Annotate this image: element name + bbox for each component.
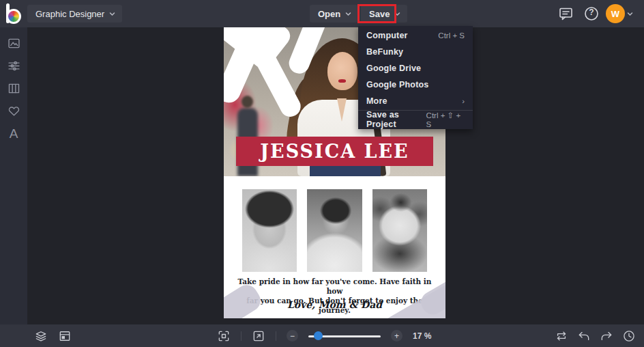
divider (276, 331, 276, 341)
logo-color-wheel (6, 9, 21, 24)
bottom-right-group (555, 324, 636, 347)
zoom-in-button[interactable]: + (391, 330, 402, 342)
sidebar-item-graphics[interactable] (6, 104, 21, 118)
divider (241, 331, 241, 341)
mode-label: Graphic Designer (35, 9, 104, 19)
fullscreen-icon[interactable] (252, 329, 265, 343)
sidebar-item-text[interactable]: A (6, 126, 21, 141)
photo-background-figure-head (241, 96, 253, 108)
title-text: JESSICA LEE (260, 141, 409, 162)
menu-item-computer[interactable]: Computer Ctrl + S (358, 27, 473, 44)
sliders-icon (7, 59, 21, 73)
photo-grid (242, 189, 427, 272)
mode-selector-button[interactable]: Graphic Designer (27, 5, 122, 23)
account-chevron-down-icon[interactable] (627, 11, 633, 17)
compare-original-icon[interactable] (555, 329, 568, 343)
avatar[interactable]: W (606, 4, 625, 23)
text-icon: A (10, 127, 18, 140)
columns-icon (7, 81, 21, 96)
left-sidebar: A (0, 27, 27, 324)
save-dropdown-menu: Computer Ctrl + S BeFunky Google Drive G… (358, 26, 473, 129)
sidebar-item-edit[interactable] (6, 59, 21, 73)
save-label: Save (369, 9, 390, 19)
zoom-slider[interactable] (308, 330, 381, 342)
image-icon (7, 36, 21, 51)
shortcut-label: Ctrl + S (438, 31, 465, 40)
layers-icon[interactable] (34, 329, 48, 343)
grid-photo-baby[interactable] (242, 189, 297, 272)
menu-item-google-photos[interactable]: Google Photos (358, 77, 473, 93)
shortcut-label: Ctrl + ⇧ + S (426, 111, 465, 128)
save-button[interactable]: Save (361, 5, 407, 23)
open-button[interactable]: Open (310, 5, 358, 23)
grid-photo-bicycle[interactable] (372, 189, 427, 272)
avatar-initial: W (611, 9, 619, 19)
submenu-arrow-icon: › (462, 97, 465, 105)
open-label: Open (318, 9, 340, 19)
grid-photo-toddler[interactable] (307, 189, 362, 272)
chevron-down-icon (394, 11, 400, 17)
menu-item-more[interactable]: More › (358, 93, 473, 109)
top-toolbar: Graphic Designer Open Save ? W (0, 0, 644, 27)
menu-item-befunky[interactable]: BeFunky (358, 44, 473, 60)
help-icon[interactable]: ? (583, 5, 600, 22)
chevron-down-icon (345, 11, 351, 17)
photo-woman-lips (338, 79, 346, 83)
app-window: JESSICA LEE Take pride in how far you've… (0, 0, 644, 347)
help-glyph: ? (583, 8, 600, 17)
undo-icon[interactable] (577, 329, 591, 343)
befunky-logo-icon[interactable] (6, 3, 23, 24)
sidebar-item-templates[interactable] (6, 81, 21, 96)
photo-woman-face (327, 52, 357, 90)
bottom-toolbar: − + 17 % (0, 324, 644, 347)
history-icon[interactable] (622, 329, 636, 343)
menu-item-save-as-project[interactable]: Save as Project Ctrl + ⇧ + S (358, 111, 473, 128)
canvas-manager-icon[interactable] (58, 329, 72, 343)
zoom-controls: − + 17 % (217, 324, 431, 347)
chevron-down-icon (109, 11, 115, 17)
fit-to-screen-icon[interactable] (217, 329, 231, 343)
heart-icon (7, 104, 21, 118)
redo-icon[interactable] (600, 329, 613, 343)
zoom-percentage: 17 % (413, 331, 431, 341)
menu-item-google-drive[interactable]: Google Drive (358, 60, 473, 77)
zoom-slider-thumb[interactable] (314, 331, 323, 340)
quote-line-1: Take pride in how far you've come. Have … (231, 277, 439, 296)
sidebar-item-image-manager[interactable] (6, 36, 21, 51)
zoom-out-button[interactable]: − (287, 330, 298, 342)
title-banner[interactable]: JESSICA LEE (236, 137, 433, 166)
bottom-left-group (34, 324, 72, 347)
feedback-icon[interactable] (557, 5, 574, 22)
